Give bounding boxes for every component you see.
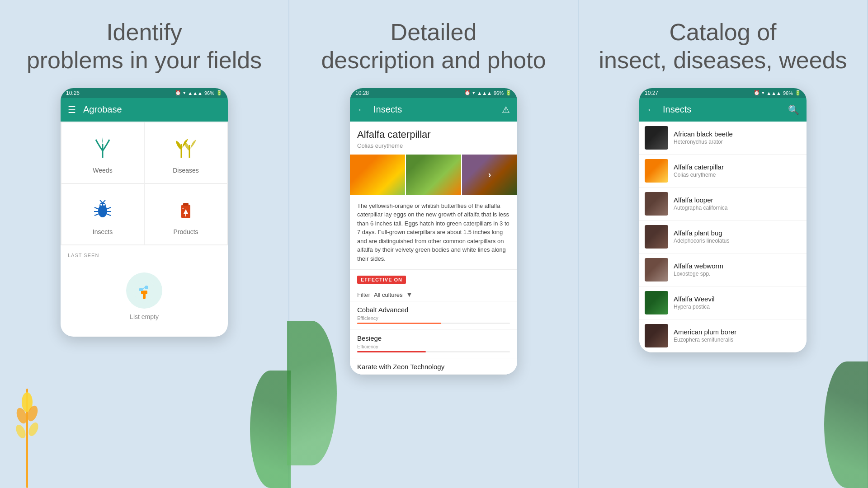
svg-point-7 — [99, 202, 106, 209]
insect-info-2: Alfalfa looper Autographa californica — [674, 196, 801, 211]
svg-point-4 — [14, 423, 28, 440]
insect-thumb-2 — [645, 192, 668, 216]
detail-body: Alfalfa caterpillar Colias eurytheme › T… — [350, 122, 517, 375]
svg-point-8 — [100, 204, 102, 206]
wifi-icon-2: ▾ — [472, 90, 475, 96]
efficiency-fill-1 — [357, 323, 441, 324]
decorative-leaf-3 — [824, 361, 868, 488]
heading-line1: Identify — [106, 19, 182, 45]
battery-icon-3: 🔋 — [795, 90, 801, 96]
insect-common-5: Alfalfa Weevil — [674, 295, 801, 303]
filter-value: All cultures — [374, 291, 403, 298]
svg-point-9 — [103, 204, 105, 206]
alarm-icon-2: ⏰ — [464, 90, 471, 96]
svg-line-17 — [106, 214, 111, 216]
filter-dropdown-arrow[interactable]: ▼ — [406, 291, 412, 298]
insect-common-4: Alfalfa webworm — [674, 262, 801, 270]
filter-row[interactable]: Filter All cultures ▼ — [350, 288, 517, 301]
svg-rect-25 — [141, 291, 147, 294]
insect-common-2: Alfalfa looper — [674, 196, 801, 204]
svg-line-10 — [100, 200, 103, 203]
app-title-1: Agrobase — [83, 104, 221, 115]
insect-item-4[interactable]: Alfalfa webworm Loxostege spp. — [639, 253, 807, 286]
insect-item-5[interactable]: Alfalfa Weevil Hypera postica — [639, 286, 807, 319]
insect-item-6[interactable]: American plum borer Euzophera semifunera… — [639, 319, 807, 352]
more-photos-overlay[interactable]: › — [462, 155, 517, 195]
heading2-line1: Detailed — [391, 19, 477, 45]
heading-line2: problems in your fields — [27, 47, 262, 73]
photo-1[interactable] — [350, 155, 405, 195]
heading3-line2: insect, diseases, weeds — [599, 47, 847, 73]
svg-rect-19 — [183, 203, 189, 206]
menu-insects[interactable]: Insects — [61, 183, 144, 245]
photo-2[interactable] — [406, 155, 461, 195]
back-icon-3[interactable]: ← — [646, 104, 656, 115]
insect-latin-4: Loxostege spp. — [674, 271, 801, 277]
decorative-leaf-2 — [287, 321, 337, 465]
diseases-icon — [172, 135, 199, 162]
insect-latin-0: Heteronychus arator — [674, 139, 801, 145]
signal-icon-2: ▲▲▲ — [477, 90, 492, 96]
svg-line-14 — [94, 214, 99, 216]
insect-item-1[interactable]: Alfalfa caterpillar Colias eurytheme — [639, 155, 807, 188]
battery-1: 96% — [204, 90, 214, 96]
insect-thumb-0 — [645, 126, 668, 150]
menu-diseases[interactable]: Diseases — [144, 122, 227, 183]
efficiency-label-1: Efficiency — [357, 315, 510, 321]
empty-label: List empty — [130, 313, 159, 320]
effective-on-badge: EFFECTIVE ON — [357, 276, 406, 284]
status-icons-1: ⏰ ▾ ▲▲▲ 96% 🔋 — [175, 90, 222, 96]
product-cobalt[interactable]: Cobalt Advanced Efficiency — [350, 301, 517, 330]
status-bar-3: 10:27 ⏰ ▾ ▲▲▲ 96% 🔋 — [639, 88, 807, 98]
svg-rect-26 — [139, 288, 143, 291]
phone-mockup-2: 10:28 ⏰ ▾ ▲▲▲ 96% 🔋 ← Insects ⚠ Alfalfa … — [350, 88, 517, 375]
insects-label: Insects — [93, 228, 113, 235]
photo-3[interactable]: › — [462, 155, 517, 195]
heading3-line1: Catalog of — [669, 19, 776, 45]
insect-common-6: American plum borer — [674, 328, 801, 336]
insect-thumb-3 — [645, 225, 668, 249]
products-icon — [172, 197, 199, 224]
insect-latin-5: Hypera postica — [674, 304, 801, 310]
product-besiege[interactable]: Besiege Efficiency — [350, 330, 517, 358]
efficiency-fill-2 — [357, 351, 426, 352]
weeds-icon — [89, 135, 116, 162]
battery-3: 96% — [783, 90, 793, 96]
catalog-body: African black beetle Heteronychus arator… — [639, 122, 807, 352]
menu-hamburger-icon[interactable]: ☰ — [68, 104, 76, 115]
insect-name: Alfalfa caterpillar — [350, 122, 517, 142]
time-3: 10:27 — [645, 90, 658, 96]
svg-rect-22 — [182, 208, 184, 209]
product-karate[interactable]: Karate with Zeon Technology — [350, 358, 517, 375]
insects-icon — [89, 197, 116, 224]
insect-item-3[interactable]: Alfalfa plant bug Adelphocoris lineolatu… — [639, 221, 807, 253]
svg-point-5 — [27, 421, 40, 438]
wifi-icon-3: ▾ — [762, 90, 764, 96]
search-icon[interactable]: 🔍 — [788, 104, 799, 115]
status-bar-1: 10:26 ⏰ ▾ ▲▲▲ 96% 🔋 — [61, 88, 228, 98]
insect-latin-1: Colias eurytheme — [674, 172, 801, 178]
weeds-label: Weeds — [93, 167, 112, 174]
decorative-leaf-br — [250, 371, 291, 488]
effective-on-section: EFFECTIVE ON — [350, 270, 517, 288]
menu-products[interactable]: Products — [144, 183, 227, 245]
time-1: 10:26 — [66, 90, 80, 96]
warning-icon[interactable]: ⚠ — [502, 104, 510, 115]
menu-weeds[interactable]: Weeds — [61, 122, 144, 183]
empty-list-container: List empty — [68, 263, 221, 329]
insect-item-0[interactable]: African black beetle Heteronychus arator — [639, 122, 807, 155]
insect-latin-3: Adelphocoris lineolatus — [674, 238, 801, 244]
insect-item-2[interactable]: Alfalfa looper Autographa californica — [639, 188, 807, 221]
heading2-line2: description and photo — [321, 47, 546, 73]
insect-latin: Colias eurytheme — [350, 142, 517, 155]
insect-info-0: African black beetle Heteronychus arator — [674, 130, 801, 145]
diseases-label: Diseases — [173, 167, 199, 174]
svg-line-11 — [103, 200, 105, 203]
time-2: 10:28 — [355, 90, 369, 96]
panel-identify: Identify problems in your fields 10:26 ⏰… — [0, 0, 289, 488]
alarm-icon: ⏰ — [175, 90, 181, 96]
insect-info-6: American plum borer Euzophera semifunera… — [674, 328, 801, 343]
back-icon-2[interactable]: ← — [357, 104, 366, 115]
insect-info-4: Alfalfa webworm Loxostege spp. — [674, 262, 801, 277]
battery-2: 96% — [494, 90, 504, 96]
